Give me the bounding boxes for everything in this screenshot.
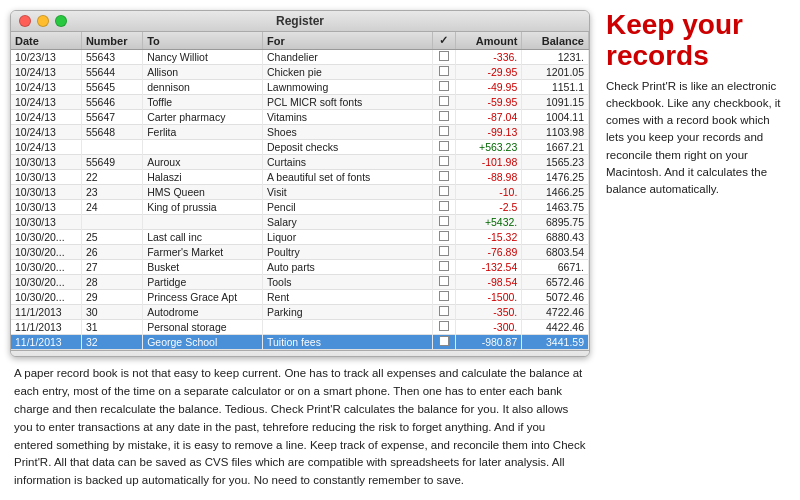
cell-balance: 1667.21: [522, 140, 589, 155]
cell-for: [263, 320, 433, 335]
cell-check[interactable]: [432, 305, 455, 320]
table-row[interactable]: 11/1/2013 30 Autodrome Parking -350. 472…: [11, 305, 589, 320]
cell-number: 24: [81, 200, 142, 215]
cell-to: Auroux: [143, 155, 263, 170]
table-row[interactable]: 10/30/20... 27 Busket Auto parts -132.54…: [11, 260, 589, 275]
cell-balance: 1201.05: [522, 65, 589, 80]
cell-amount: -49.95: [455, 80, 522, 95]
table-row[interactable]: 10/30/20... 26 Farmer's Market Poultry -…: [11, 245, 589, 260]
remove-row-button[interactable]: Remove Row ⌘R: [358, 356, 468, 357]
cell-date: 10/30/20...: [11, 275, 81, 290]
heading-line2: records: [606, 40, 709, 71]
cell-for: Curtains: [263, 155, 433, 170]
insert-row-button[interactable]: Insert Row ⌘I: [204, 356, 296, 357]
cell-check[interactable]: [432, 275, 455, 290]
cell-to: Halaszi: [143, 170, 263, 185]
cell-balance: 5072.46: [522, 290, 589, 305]
cell-check[interactable]: [432, 155, 455, 170]
table-header-row: Date Number To For ✓ Amount Balance: [11, 32, 589, 50]
main-heading: Keep your records: [606, 10, 790, 72]
table-row[interactable]: 10/24/13 55646 Toffle PCL MICR soft font…: [11, 95, 589, 110]
cell-date: 10/24/13: [11, 125, 81, 140]
table-row[interactable]: 10/30/13 Salary +5432. 6895.75: [11, 215, 589, 230]
cell-check[interactable]: [432, 320, 455, 335]
close-button-footer[interactable]: Close: [531, 357, 581, 358]
cell-check[interactable]: [432, 335, 455, 350]
col-header-check: ✓: [432, 32, 455, 50]
table-row[interactable]: 11/1/2013 31 Personal storage -300. 4422…: [11, 320, 589, 335]
cell-amount: -87.04: [455, 110, 522, 125]
cell-amount: -350.: [455, 305, 522, 320]
cell-for: Chandelier: [263, 50, 433, 65]
cell-balance: 1466.25: [522, 185, 589, 200]
cell-amount: -59.95: [455, 95, 522, 110]
cell-to: Princess Grace Apt: [143, 290, 263, 305]
cell-date: 10/30/13: [11, 185, 81, 200]
table-row[interactable]: 10/30/13 24 King of prussia Pencil -2.5 …: [11, 200, 589, 215]
close-button[interactable]: [19, 15, 31, 27]
cell-check[interactable]: [432, 200, 455, 215]
cell-check[interactable]: [432, 245, 455, 260]
table-row[interactable]: 10/24/13 55647 Carter pharmacy Vitamins …: [11, 110, 589, 125]
cell-check[interactable]: [432, 215, 455, 230]
cell-date: 10/30/13: [11, 200, 81, 215]
table-row[interactable]: 10/30/13 23 HMS Queen Visit -10. 1466.25: [11, 185, 589, 200]
cell-amount: -336.: [455, 50, 522, 65]
table-row[interactable]: 10/30/13 55649 Auroux Curtains -101.98 1…: [11, 155, 589, 170]
cell-for: Salary: [263, 215, 433, 230]
cell-check[interactable]: [432, 65, 455, 80]
cell-check[interactable]: [432, 185, 455, 200]
cell-date: 10/30/20...: [11, 230, 81, 245]
heading-line1: Keep your: [606, 9, 743, 40]
cell-amount: -76.89: [455, 245, 522, 260]
table-body: 10/23/13 55643 Nancy Williot Chandelier …: [11, 50, 589, 350]
cell-date: 11/1/2013: [11, 320, 81, 335]
cell-balance: 1565.23: [522, 155, 589, 170]
cell-number: 31: [81, 320, 142, 335]
cell-date: 10/24/13: [11, 110, 81, 125]
maximize-button[interactable]: [55, 15, 67, 27]
table-row[interactable]: 10/24/13 55648 Ferlita Shoes -99.13 1103…: [11, 125, 589, 140]
window-titlebar: Register: [11, 11, 589, 32]
cell-to: Toffle: [143, 95, 263, 110]
cell-check[interactable]: [432, 260, 455, 275]
cell-check[interactable]: [432, 110, 455, 125]
table-row[interactable]: 10/23/13 55643 Nancy Williot Chandelier …: [11, 50, 589, 65]
cell-date: 10/30/20...: [11, 260, 81, 275]
cell-check[interactable]: [432, 140, 455, 155]
cell-number: 32: [81, 335, 142, 350]
cell-number: 22: [81, 170, 142, 185]
cell-date: 10/24/13: [11, 80, 81, 95]
table-row[interactable]: 10/30/20... 28 Partidge Tools -98.54 657…: [11, 275, 589, 290]
cell-for: PCL MICR soft fonts: [263, 95, 433, 110]
cell-check[interactable]: [432, 230, 455, 245]
cell-for: Rent: [263, 290, 433, 305]
cell-for: Parking: [263, 305, 433, 320]
table-row[interactable]: 10/30/13 22 Halaszi A beautiful set of f…: [11, 170, 589, 185]
cell-for: Lawnmowing: [263, 80, 433, 95]
col-header-for: For: [263, 32, 433, 50]
cell-check[interactable]: [432, 290, 455, 305]
cell-check[interactable]: [432, 125, 455, 140]
table-row[interactable]: 10/24/13 55645 dennison Lawnmowing -49.9…: [11, 80, 589, 95]
create-register-button[interactable]: Create new Register: [19, 357, 141, 358]
cell-check[interactable]: [432, 170, 455, 185]
cell-number: 55646: [81, 95, 142, 110]
table-row[interactable]: 10/24/13 Deposit checks +563.23 1667.21: [11, 140, 589, 155]
cell-check[interactable]: [432, 95, 455, 110]
cell-balance: 1103.98: [522, 125, 589, 140]
table-row[interactable]: 10/30/20... 25 Last call inc Liquor -15.…: [11, 230, 589, 245]
table-row[interactable]: 11/1/2013 32 George School Tuition fees …: [11, 335, 589, 350]
cell-to: Busket: [143, 260, 263, 275]
table-row[interactable]: 10/30/20... 29 Princess Grace Apt Rent -…: [11, 290, 589, 305]
table-row[interactable]: 10/24/13 55644 Allison Chicken pie -29.9…: [11, 65, 589, 80]
cell-check[interactable]: [432, 50, 455, 65]
cell-balance: 6880.43: [522, 230, 589, 245]
minimize-button[interactable]: [37, 15, 49, 27]
cell-for: Tools: [263, 275, 433, 290]
col-header-to: To: [143, 32, 263, 50]
cell-for: Deposit checks: [263, 140, 433, 155]
cell-date: 10/24/13: [11, 95, 81, 110]
cell-date: 11/1/2013: [11, 305, 81, 320]
cell-check[interactable]: [432, 80, 455, 95]
